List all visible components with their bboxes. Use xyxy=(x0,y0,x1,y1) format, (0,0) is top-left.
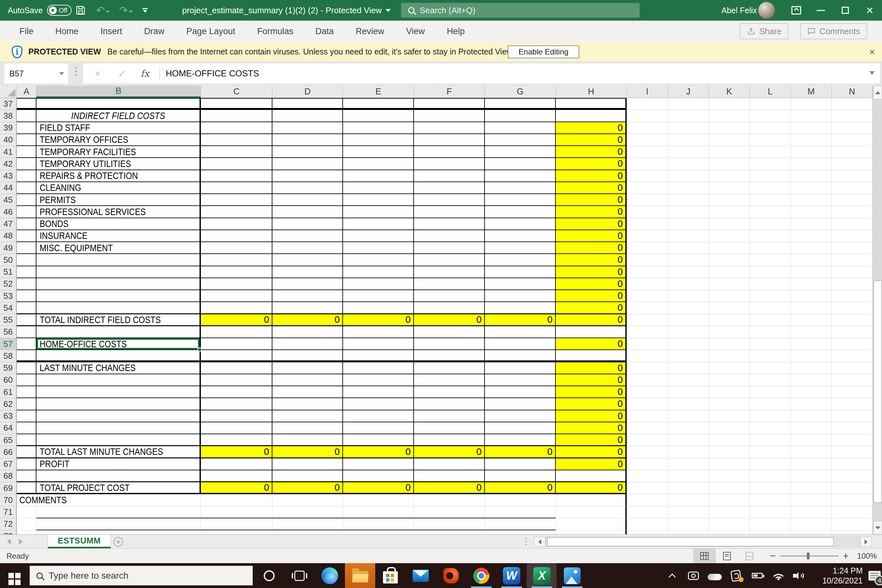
cell-E69[interactable]: 0 xyxy=(343,482,414,494)
cell-F38[interactable] xyxy=(414,110,485,122)
cancel-icon[interactable]: × xyxy=(95,63,100,84)
cell-K46[interactable] xyxy=(709,206,750,218)
cell-E44[interactable] xyxy=(343,182,414,194)
restore-button[interactable] xyxy=(833,0,858,21)
cell-C40[interactable] xyxy=(201,134,272,146)
new-sheet-button[interactable]: + xyxy=(114,537,123,547)
cell-B62[interactable] xyxy=(36,398,201,410)
cell-N52[interactable] xyxy=(832,278,873,290)
cell-B58[interactable] xyxy=(36,350,201,362)
horizontal-scrollbar[interactable] xyxy=(534,537,872,547)
cell-A56[interactable] xyxy=(17,326,36,338)
save-icon[interactable] xyxy=(75,4,86,16)
cell-L71[interactable] xyxy=(750,507,791,518)
cell-J55[interactable] xyxy=(668,314,709,326)
cell-G54[interactable] xyxy=(485,302,556,314)
cell-M57[interactable] xyxy=(791,338,832,350)
cell-H44[interactable]: 0 xyxy=(556,182,627,194)
cell-J43[interactable] xyxy=(668,170,709,182)
cell-B52[interactable] xyxy=(36,278,201,290)
cell-N53[interactable] xyxy=(832,290,873,302)
cell-L52[interactable] xyxy=(750,278,791,290)
cell-D73[interactable] xyxy=(272,530,343,534)
cell-D63[interactable] xyxy=(272,410,343,422)
cell-F62[interactable] xyxy=(414,398,485,410)
cell-F48[interactable] xyxy=(414,230,485,242)
vertical-scrollbar[interactable] xyxy=(873,86,882,534)
ribbon-tab-home[interactable]: Home xyxy=(45,21,90,42)
cell-M50[interactable] xyxy=(791,254,832,266)
row-header-69[interactable]: 69 xyxy=(0,482,17,494)
cell-N40[interactable] xyxy=(832,134,873,146)
cell-C59[interactable] xyxy=(201,362,272,374)
cell-I61[interactable] xyxy=(627,386,668,398)
cell-F69[interactable]: 0 xyxy=(414,482,485,494)
cell-B42[interactable]: TEMPORARY UTILITIES xyxy=(36,158,201,170)
cell-C71[interactable] xyxy=(201,507,272,518)
cell-G66[interactable]: 0 xyxy=(485,446,556,458)
zoom-out-button[interactable]: − xyxy=(770,550,776,562)
cell-H39[interactable]: 0 xyxy=(556,122,627,134)
cell-B68[interactable] xyxy=(36,470,201,482)
row-header-51[interactable]: 51 xyxy=(0,266,17,278)
cell-N44[interactable] xyxy=(832,182,873,194)
cell-M41[interactable] xyxy=(791,146,832,158)
cell-I44[interactable] xyxy=(627,182,668,194)
cell-J66[interactable] xyxy=(668,446,709,458)
row-header-58[interactable]: 58 xyxy=(0,350,17,362)
cell-F60[interactable] xyxy=(414,374,485,386)
cell-M42[interactable] xyxy=(791,158,832,170)
cell-E39[interactable] xyxy=(343,122,414,134)
cell-H51[interactable]: 0 xyxy=(556,266,627,278)
cell-F40[interactable] xyxy=(414,134,485,146)
cell-A49[interactable] xyxy=(17,242,36,254)
cell-M63[interactable] xyxy=(791,410,832,422)
cell-G60[interactable] xyxy=(485,374,556,386)
cell-A73[interactable] xyxy=(17,530,36,534)
cell-H58[interactable] xyxy=(556,350,627,362)
cell-E38[interactable] xyxy=(343,110,414,122)
cell-B50[interactable] xyxy=(36,254,201,266)
cell-B63[interactable] xyxy=(36,410,201,422)
cell-N71[interactable] xyxy=(832,507,873,518)
cell-D47[interactable] xyxy=(272,218,343,230)
cell-E54[interactable] xyxy=(343,302,414,314)
cell-E49[interactable] xyxy=(343,242,414,254)
cell-C56[interactable] xyxy=(201,326,272,338)
cell-D57[interactable] xyxy=(272,338,343,350)
cell-J72[interactable] xyxy=(668,518,709,530)
cell-N50[interactable] xyxy=(832,254,873,266)
cell-M59[interactable] xyxy=(791,362,832,374)
cell-L50[interactable] xyxy=(750,254,791,266)
cell-J39[interactable] xyxy=(668,122,709,134)
store-button[interactable] xyxy=(375,563,405,588)
cell-E71[interactable] xyxy=(343,507,414,518)
cell-K41[interactable] xyxy=(709,146,750,158)
cell-B43[interactable]: REPAIRS & PROTECTION xyxy=(36,170,201,182)
hidden-icons-button[interactable] xyxy=(662,563,683,588)
cell-D45[interactable] xyxy=(272,194,343,206)
cell-M65[interactable] xyxy=(791,434,832,446)
cell-M64[interactable] xyxy=(791,422,832,434)
cell-L64[interactable] xyxy=(750,422,791,434)
cell-L57[interactable] xyxy=(750,338,791,350)
cell-K56[interactable] xyxy=(709,326,750,338)
row-header-41[interactable]: 41 xyxy=(0,146,17,158)
zoom-in-button[interactable]: + xyxy=(843,550,849,562)
cell-K71[interactable] xyxy=(709,507,750,518)
cell-N56[interactable] xyxy=(832,326,873,338)
cell-H66[interactable]: 0 xyxy=(556,446,627,458)
cell-G53[interactable] xyxy=(485,290,556,302)
cell-F39[interactable] xyxy=(414,122,485,134)
cell-D62[interactable] xyxy=(272,398,343,410)
cell-H62[interactable]: 0 xyxy=(556,398,627,410)
insert-function-icon[interactable]: fx xyxy=(141,63,149,84)
row-header-59[interactable]: 59 xyxy=(0,362,17,374)
row-header-64[interactable]: 64 xyxy=(0,422,17,434)
battery-button[interactable] xyxy=(747,563,768,588)
cell-J46[interactable] xyxy=(668,206,709,218)
cell-N54[interactable] xyxy=(832,302,873,314)
cell-A68[interactable] xyxy=(17,470,36,482)
cell-J47[interactable] xyxy=(668,218,709,230)
cell-L69[interactable] xyxy=(750,482,791,494)
